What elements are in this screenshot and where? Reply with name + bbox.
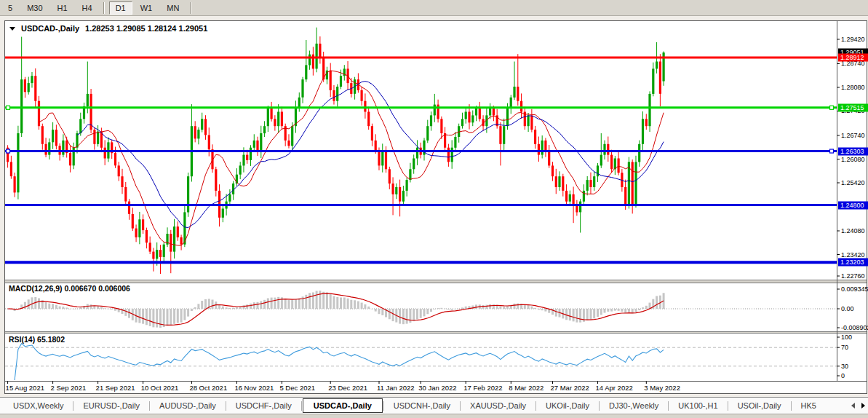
chart-tabs: USDX,WeeklyEURUSD-,DailyAUDUSD-,DailyUSD… xyxy=(0,398,825,413)
price-tick-label: 1.26080 xyxy=(841,156,865,163)
tab-separator xyxy=(791,401,792,411)
date-axis[interactable]: 15 Aug 20212 Sep 202121 Sep 202110 Oct 2… xyxy=(0,382,837,394)
price-axis[interactable]: 1.294201.287401.280801.274201.267401.260… xyxy=(837,16,868,395)
tab-separator xyxy=(301,401,302,411)
price-badge-1.28912: 1.28912 xyxy=(838,54,868,62)
date-tick-label: 15 Aug 2021 xyxy=(6,384,44,392)
date-tick-label: 28 Oct 2021 xyxy=(189,384,227,392)
tab-usoil-daily[interactable]: USOil-,Daily xyxy=(729,399,790,412)
period-button-h4[interactable]: H4 xyxy=(76,1,99,15)
price-tick-label: 1.25420 xyxy=(841,179,865,186)
date-tick-label: 10 Oct 2021 xyxy=(141,384,179,392)
tab-eurusd-daily[interactable]: EURUSD-,Daily xyxy=(74,399,148,412)
date-tick-label: 3 May 2022 xyxy=(644,384,680,392)
date-tick-label: 23 Dec 2021 xyxy=(328,384,367,392)
date-tick-label: 5 Dec 2021 xyxy=(279,384,315,392)
period-button-d1[interactable]: D1 xyxy=(109,1,132,15)
toolbar-separator xyxy=(190,2,191,14)
period-button-w1[interactable]: W1 xyxy=(134,1,159,15)
line-handle[interactable] xyxy=(7,106,10,109)
date-tick-label: 21 Sep 2021 xyxy=(96,384,135,392)
price-badge-1.24800: 1.24800 xyxy=(838,201,868,209)
tab-scroll-left-icon[interactable] xyxy=(851,403,855,409)
rsi-axis-label: 100 xyxy=(841,334,852,341)
chart-dropdown-icon[interactable] xyxy=(9,27,15,31)
date-tick-label: 16 Nov 2021 xyxy=(234,384,274,392)
tab-usdcnh-daily[interactable]: USDCNH-,Daily xyxy=(385,399,459,412)
ohlc-readout: 1.28253 1.29085 1.28124 1.29051 xyxy=(85,24,207,33)
price-tick-label: 1.28080 xyxy=(841,84,865,91)
symbol-period-label: USDCAD-,Daily xyxy=(21,24,79,33)
price-tick-label: 1.26740 xyxy=(841,132,865,139)
price-tick-label: 1.23420 xyxy=(841,251,865,259)
date-tick-label: 30 Jan 2022 xyxy=(418,384,456,392)
period-button-mn[interactable]: MN xyxy=(160,1,186,15)
price-badge-1.27515: 1.27515 xyxy=(838,103,868,111)
tab-usdchf-daily[interactable]: USDCHF-,Daily xyxy=(227,399,300,412)
tab-ukoil-daily[interactable]: UKOil-,Daily xyxy=(537,399,598,412)
chart-tab-bar: USDX,WeeklyEURUSD-,DailyAUDUSD-,DailyUSD… xyxy=(0,397,868,414)
date-tick-label: 27 Mar 2022 xyxy=(550,384,589,392)
line-handle[interactable] xyxy=(830,106,834,109)
tab-scroll-right-icon[interactable] xyxy=(861,403,865,409)
tab-separator xyxy=(383,401,384,411)
period-button-h1[interactable]: H1 xyxy=(51,1,74,15)
tab-hk5[interactable]: HK5 xyxy=(792,399,825,412)
date-tick-label: 11 Jan 2022 xyxy=(377,384,415,392)
tab-uk100-h1[interactable]: UK100-,H1 xyxy=(669,399,726,412)
price-tick-label: 1.24080 xyxy=(841,227,865,234)
chart-canvas[interactable] xyxy=(0,0,868,418)
tab-audusd-daily[interactable]: AUDUSD-,Daily xyxy=(151,399,225,412)
macd-axis-label: -0.008902 xyxy=(841,324,868,331)
tab-separator xyxy=(149,401,150,411)
price-badge-1.23203: 1.23203 xyxy=(838,259,868,267)
tab-separator xyxy=(535,401,536,411)
chart-title: USDCAD-,Daily 1.28253 1.29085 1.28124 1.… xyxy=(9,24,207,33)
rsi-axis-label: 30 xyxy=(841,363,848,370)
period-button-m30[interactable]: M30 xyxy=(20,1,49,15)
price-badge-1.26303: 1.26303 xyxy=(838,147,868,155)
tab-separator xyxy=(728,401,728,411)
tab-usdcad-daily[interactable]: USDCAD-,Daily xyxy=(303,398,383,413)
macd-axis-label: 0.00 xyxy=(841,305,854,312)
rsi-axis-label: 0 xyxy=(841,372,845,379)
tab-xauusd-daily[interactable]: XAUUSD-,Daily xyxy=(461,399,535,412)
line-handle[interactable] xyxy=(830,149,834,153)
toolbar-separator xyxy=(103,2,105,14)
tab-dj30-weekly[interactable]: DJ30-,Weekly xyxy=(600,399,667,412)
rsi-axis-label: 70 xyxy=(841,344,848,351)
macd-indicator-label: MACD(12,26,9) 0.006670 0.006006 xyxy=(9,284,130,293)
tab-usdx-weekly[interactable]: USDX,Weekly xyxy=(4,399,72,412)
tab-separator xyxy=(226,401,226,411)
date-tick-label: 14 Apr 2022 xyxy=(596,384,633,392)
price-tick-label: 1.22760 xyxy=(841,272,865,280)
tab-separator xyxy=(73,401,73,411)
period-button-5[interactable]: 5 xyxy=(1,1,19,15)
date-tick-label: 8 Mar 2022 xyxy=(509,384,544,392)
tab-separator xyxy=(668,401,669,411)
date-tick-label: 2 Sep 2021 xyxy=(51,384,87,392)
timeframe-toolbar: 5M30H1H4D1W1MN xyxy=(0,0,868,16)
tab-separator xyxy=(599,401,600,411)
line-handle[interactable] xyxy=(7,149,10,153)
date-tick-label: 17 Feb 2022 xyxy=(463,384,502,392)
tab-separator xyxy=(460,401,461,411)
macd-axis-label: 0.009345 xyxy=(841,285,868,293)
rsi-indicator-label: RSI(14) 65.1802 xyxy=(9,335,65,344)
price-tick-label: 1.29420 xyxy=(841,36,865,43)
status-bar xyxy=(0,414,868,418)
